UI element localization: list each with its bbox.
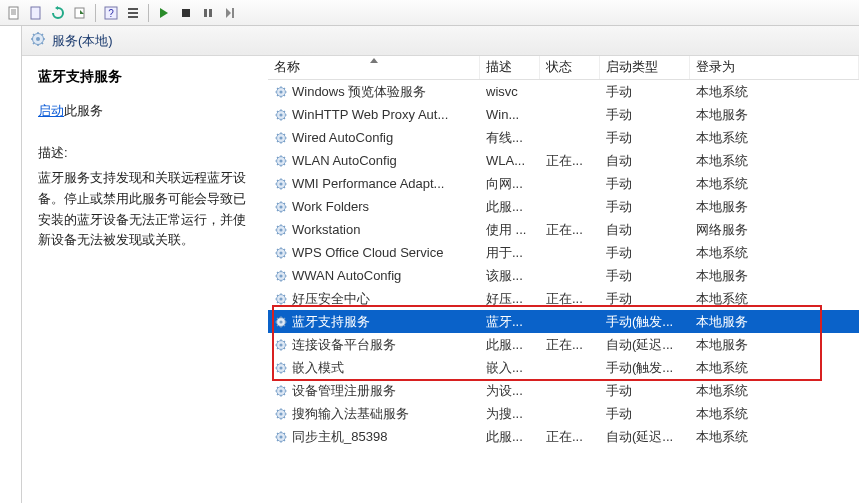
service-row[interactable]: WMI Performance Adapt...向网...手动本地系统 [268, 172, 859, 195]
service-logon: 本地服务 [690, 198, 859, 216]
separator [148, 4, 149, 22]
svg-rect-1 [31, 7, 40, 19]
service-name: 蓝牙支持服务 [292, 313, 370, 331]
service-desc: 嵌入... [480, 359, 540, 377]
service-row[interactable]: WLAN AutoConfigWLA...正在...自动本地系统 [268, 149, 859, 172]
gear-icon [274, 292, 288, 306]
scope-header[interactable]: 服务(本地) [22, 26, 859, 56]
service-startup: 自动(延迟... [600, 428, 690, 446]
col-name[interactable]: 名称 [268, 56, 480, 79]
gear-icon [30, 31, 46, 50]
service-row[interactable]: WWAN AutoConfig该服...手动本地服务 [268, 264, 859, 287]
tb-list-icon[interactable] [123, 3, 143, 23]
service-logon: 本地系统 [690, 244, 859, 262]
service-startup: 手动 [600, 244, 690, 262]
service-row[interactable]: 设备管理注册服务为设...手动本地系统 [268, 379, 859, 402]
service-logon: 本地系统 [690, 382, 859, 400]
service-logon: 本地服务 [690, 106, 859, 124]
service-name: 同步主机_85398 [292, 428, 387, 446]
tb-refresh-icon[interactable] [48, 3, 68, 23]
service-desc: 有线... [480, 129, 540, 147]
service-logon: 本地系统 [690, 290, 859, 308]
gear-icon [274, 85, 288, 99]
service-startup: 自动 [600, 221, 690, 239]
service-desc: 好压... [480, 290, 540, 308]
service-desc: 用于... [480, 244, 540, 262]
desc-label: 描述: [38, 144, 252, 162]
gear-icon [274, 131, 288, 145]
service-name: WMI Performance Adapt... [292, 176, 444, 191]
service-state: 正在... [540, 221, 600, 239]
tb-stop-icon[interactable] [176, 3, 196, 23]
tb-play-icon[interactable] [154, 3, 174, 23]
service-desc: 为搜... [480, 405, 540, 423]
tb-next-icon[interactable] [220, 3, 240, 23]
service-row[interactable]: WinHTTP Web Proxy Aut...Win...手动本地服务 [268, 103, 859, 126]
service-row[interactable]: WPS Office Cloud Service用于...手动本地系统 [268, 241, 859, 264]
service-startup: 手动 [600, 290, 690, 308]
service-name: Wired AutoConfig [292, 130, 393, 145]
gear-icon [274, 361, 288, 375]
desc-body: 蓝牙服务支持发现和关联远程蓝牙设备。停止或禁用此服务可能会导致已安装的蓝牙设备无… [38, 168, 252, 251]
service-row[interactable]: Windows 预览体验服务wisvc手动本地系统 [268, 80, 859, 103]
svg-point-32 [279, 320, 282, 323]
service-row[interactable]: 蓝牙支持服务蓝牙...手动(触发...本地服务 [268, 310, 859, 333]
service-row[interactable]: Workstation使用 ...正在...自动网络服务 [268, 218, 859, 241]
service-startup: 手动 [600, 405, 690, 423]
svg-text:?: ? [108, 8, 114, 19]
start-service-link[interactable]: 启动 [38, 103, 64, 118]
gear-icon [274, 338, 288, 352]
service-desc: 向网... [480, 175, 540, 193]
service-name: 好压安全中心 [292, 290, 370, 308]
service-name: 设备管理注册服务 [292, 382, 396, 400]
service-row[interactable]: Wired AutoConfig有线...手动本地系统 [268, 126, 859, 149]
service-name: WWAN AutoConfig [292, 268, 401, 283]
gear-icon [274, 177, 288, 191]
tb-page-icon[interactable] [26, 3, 46, 23]
service-state: 正在... [540, 336, 600, 354]
start-suffix: 此服务 [64, 103, 103, 118]
gear-icon [274, 269, 288, 283]
service-row[interactable]: 同步主机_85398此服...正在...自动(延迟...本地系统 [268, 425, 859, 448]
service-logon: 本地服务 [690, 313, 859, 331]
service-startup: 手动 [600, 106, 690, 124]
svg-point-22 [279, 205, 282, 208]
tb-doc-icon[interactable] [4, 3, 24, 23]
svg-point-42 [279, 435, 282, 438]
service-name: WPS Office Cloud Service [292, 245, 443, 260]
gear-icon [274, 407, 288, 421]
service-startup: 手动(触发... [600, 313, 690, 331]
service-row[interactable]: 连接设备平台服务此服...正在...自动(延迟...本地服务 [268, 333, 859, 356]
col-startup[interactable]: 启动类型 [600, 56, 690, 79]
tree-strip [0, 26, 22, 503]
service-desc: Win... [480, 107, 540, 122]
svg-point-16 [279, 136, 282, 139]
col-logon[interactable]: 登录为 [690, 56, 859, 79]
service-row[interactable]: 好压安全中心好压...正在...手动本地系统 [268, 287, 859, 310]
service-desc: 使用 ... [480, 221, 540, 239]
col-state[interactable]: 状态 [540, 56, 600, 79]
service-startup: 手动 [600, 198, 690, 216]
service-logon: 本地系统 [690, 405, 859, 423]
services-list-pane: 名称 描述 状态 启动类型 登录为 Windows 预览体验服务wisvc手动本… [268, 56, 859, 503]
service-row[interactable]: 嵌入模式嵌入...手动(触发...本地系统 [268, 356, 859, 379]
service-startup: 手动 [600, 382, 690, 400]
service-desc: 此服... [480, 336, 540, 354]
service-name: 嵌入模式 [292, 359, 344, 377]
service-logon: 网络服务 [690, 221, 859, 239]
svg-point-30 [279, 297, 282, 300]
service-startup: 手动 [600, 83, 690, 101]
svg-point-38 [279, 389, 282, 392]
gear-icon [274, 108, 288, 122]
service-startup: 自动(延迟... [600, 336, 690, 354]
service-row[interactable]: 搜狗输入法基础服务为搜...手动本地系统 [268, 402, 859, 425]
service-desc: 此服... [480, 198, 540, 216]
tb-help-icon[interactable]: ? [101, 3, 121, 23]
col-desc[interactable]: 描述 [480, 56, 540, 79]
service-state: 正在... [540, 152, 600, 170]
svg-rect-0 [9, 7, 18, 19]
service-row[interactable]: Work Folders此服...手动本地服务 [268, 195, 859, 218]
tb-pause-icon[interactable] [198, 3, 218, 23]
service-name: WinHTTP Web Proxy Aut... [292, 107, 448, 122]
tb-export-icon[interactable] [70, 3, 90, 23]
